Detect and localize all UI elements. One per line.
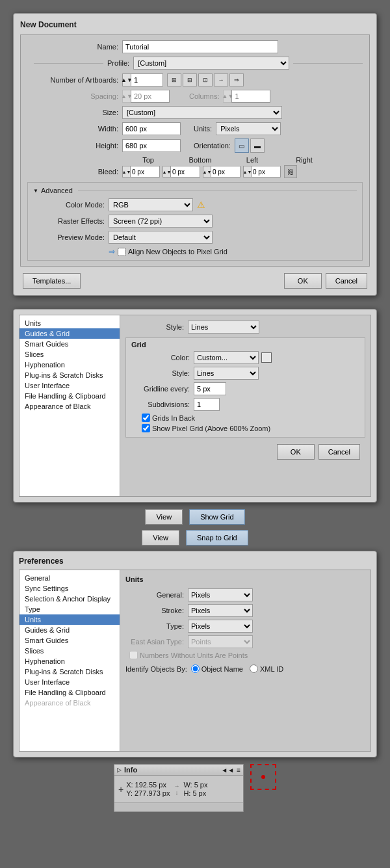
preview-select[interactable]: Default [109,231,213,244]
units-sidebar-guides[interactable]: Guides & Grid [20,625,120,635]
profile-select[interactable]: [Custom] [133,57,289,70]
units-sidebar-type[interactable]: Type [20,604,120,614]
bleed-right-input[interactable] [251,166,281,178]
columns-label: Columns: [189,92,219,100]
templates-button[interactable]: Templates... [23,273,81,289]
x-value: 192.55 px [135,781,166,789]
sidebar-item-ui[interactable]: User Interface [20,380,120,391]
units-stroke-label: Stroke: [125,607,184,614]
units-sidebar-slices[interactable]: Slices [20,646,120,656]
show-grid-button[interactable]: Show Grid [189,509,244,525]
info-collapse-icon[interactable]: ◄◄ [221,767,234,774]
sidebar-item-units[interactable]: Units [20,318,120,328]
units-stroke-select[interactable]: Pixels [188,604,253,617]
sidebar-item-smart-guides[interactable]: Smart Guides [20,339,120,349]
subdivisions-input[interactable] [194,398,220,411]
grids-in-back-label[interactable]: Grids In Back [142,414,195,422]
show-pixel-grid-checkbox[interactable] [142,424,150,432]
units-sidebar-smart[interactable]: Smart Guides [20,635,120,646]
units-type-select[interactable]: Pixels [188,620,253,633]
info-menu-icon[interactable]: ≡ [237,767,240,774]
columns-input[interactable] [231,90,270,103]
artboards-input[interactable] [131,73,163,86]
spacing-spinner[interactable]: ▲▼ [122,90,131,103]
raster-select[interactable]: Screen (72 ppi) [109,215,213,228]
arrange-rtl-icon[interactable]: ⇒ [229,73,244,86]
units-sidebar-hyphenation[interactable]: Hyphenation [20,656,120,666]
view-button-1[interactable]: View [145,509,183,525]
xml-id-radio-label[interactable]: XML ID [250,664,283,673]
arrange-grid-icon[interactable]: ⊞ [167,73,181,86]
guides-grid-sidebar: Units Guides & Grid Smart Guides Slices … [20,315,120,496]
size-select[interactable]: [Custom] [122,106,282,119]
width-label: Width: [27,125,118,133]
grid-style-select[interactable]: Lines [194,367,259,380]
units-sidebar-plugins[interactable]: Plug-ins & Scratch Disks [20,666,120,677]
show-pixel-grid-label[interactable]: Show Pixel Grid (Above 600% Zoom) [142,424,270,432]
color-mode-label: Color Mode: [33,201,105,209]
units-east-asian-select: Points [188,635,253,648]
artboards-spinner[interactable]: ▲▼ [122,73,131,86]
units-sidebar-file[interactable]: File Handling & Clipboard [20,687,120,698]
align-pixel-checkbox[interactable] [118,248,126,256]
units-sidebar-appearance: Appearance of Black [20,698,120,708]
units-label: Units: [194,125,212,133]
sidebar-item-hyphenation[interactable]: Hyphenation [20,360,120,370]
view-button-2[interactable]: View [142,530,179,546]
landscape-btn[interactable]: ▬ [250,138,265,153]
info-body: + X: 192.55 px Y: 277.973 px → ↓ [114,776,243,802]
object-name-radio-label[interactable]: Object Name [191,664,243,673]
grid-color-swatch[interactable] [261,352,272,363]
bleed-left-input[interactable] [211,166,240,178]
gridline-input[interactable] [194,382,226,395]
units-general-select[interactable]: Pixels [188,588,253,601]
subdivisions-label: Subdivisions: [131,401,190,408]
color-mode-select[interactable]: RGB [109,198,193,211]
units-type-label: Type: [125,622,184,630]
units-sidebar-general[interactable]: General [20,573,120,583]
name-input[interactable] [122,40,278,53]
numbers-units-label[interactable]: Numbers Without Units Are Points [129,651,248,659]
arrange-col-icon[interactable]: ⊡ [198,73,213,86]
spacing-input[interactable] [131,90,170,103]
ok-button[interactable]: OK [284,273,322,289]
grids-in-back-checkbox[interactable] [142,414,150,422]
units-select[interactable]: Pixels [216,122,281,135]
units-sidebar-units[interactable]: Units [20,614,120,625]
units-sidebar-ui[interactable]: User Interface [20,677,120,687]
view-snap-grid-row: View Snap to Grid [0,530,390,546]
width-input[interactable] [122,122,181,135]
object-name-radio[interactable] [191,664,200,673]
info-expand-icon[interactable]: ▷ [117,767,122,773]
units-sidebar: General Sync Settings Selection & Anchor… [20,570,120,751]
snap-to-grid-button[interactable]: Snap to Grid [186,530,248,546]
sidebar-item-plugins[interactable]: Plug-ins & Scratch Disks [20,370,120,380]
height-input[interactable] [122,139,181,152]
units-sidebar-selection[interactable]: Selection & Anchor Display [20,594,120,604]
guides-style-select[interactable]: Lines [188,321,259,334]
columns-spinner[interactable]: ▲▼ [223,90,232,103]
xml-id-radio[interactable] [250,664,258,673]
units-content: Units General: Pixels Stroke: Pixels Typ… [120,570,370,751]
sidebar-item-slices[interactable]: Slices [20,349,120,360]
sidebar-item-appearance[interactable]: Appearance of Black [20,401,120,412]
guides-ok-button[interactable]: OK [277,444,315,460]
bleed-right-label: Right [278,156,330,164]
sidebar-item-guides-grid[interactable]: Guides & Grid [20,328,120,339]
cancel-button[interactable]: Cancel [326,273,367,289]
units-sidebar-sync[interactable]: Sync Settings [20,583,120,594]
arrange-row-icon[interactable]: ⊟ [183,73,197,86]
orientation-label: Orientation: [194,142,231,150]
sidebar-item-file-handling[interactable]: File Handling & Clipboard [20,391,120,401]
align-pixel-label[interactable]: Align New Objects to Pixel Grid [118,248,228,256]
advanced-triangle-icon[interactable]: ▼ [33,188,38,194]
chain-icon[interactable]: ⛓ [284,165,297,178]
bleed-bottom-input[interactable] [170,166,200,178]
portrait-btn[interactable]: ▭ [235,138,249,153]
bleed-top-input[interactable] [130,166,160,178]
name-label: Name: [27,43,118,51]
info-titlebar: ▷ Info ◄◄ ≡ [114,765,243,776]
grid-color-select[interactable]: Custom... [194,351,259,364]
arrange-order-icon[interactable]: → [214,73,228,86]
guides-cancel-button[interactable]: Cancel [318,444,360,460]
